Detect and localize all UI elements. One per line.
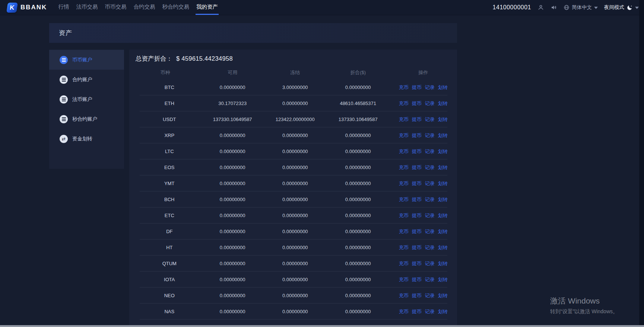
- records-link[interactable]: 记录: [425, 164, 435, 171]
- frozen-balance: 0.00000000: [264, 165, 327, 170]
- withdraw-link[interactable]: 提币: [412, 84, 422, 91]
- withdraw-link[interactable]: 提币: [412, 308, 422, 315]
- deposit-link[interactable]: 充币: [399, 212, 409, 219]
- row-actions: 充币 提币 记录 划转: [390, 84, 457, 91]
- scrollbar-track[interactable]: [639, 0, 644, 327]
- transfer-link[interactable]: 划转: [438, 276, 448, 283]
- deposit-link[interactable]: 充币: [399, 196, 409, 203]
- deposit-link[interactable]: 充币: [399, 308, 409, 315]
- withdraw-link[interactable]: 提币: [412, 260, 422, 267]
- withdraw-link[interactable]: 提币: [412, 212, 422, 219]
- transfer-link[interactable]: 划转: [438, 212, 448, 219]
- row-actions: 充币 提币 记录 划转: [390, 196, 457, 203]
- deposit-link[interactable]: 充币: [399, 276, 409, 283]
- table-row: DF 0.00000000 0.00000000 0.00000000 充币 提…: [129, 223, 457, 239]
- deposit-link[interactable]: 充币: [399, 228, 409, 235]
- brand[interactable]: K BBANK: [7, 0, 47, 15]
- row-actions: 充币 提币 记录 划转: [390, 212, 457, 219]
- transfer-link[interactable]: 划转: [438, 228, 448, 235]
- transfer-link[interactable]: 划转: [438, 196, 448, 203]
- records-link[interactable]: 记录: [425, 244, 435, 251]
- globe-icon: [564, 4, 570, 10]
- withdraw-link[interactable]: 提币: [412, 100, 422, 107]
- sidebar-item[interactable]: ⇄ 秒合约账户: [49, 109, 124, 129]
- coin-name: NAS: [129, 309, 202, 314]
- records-link[interactable]: 记录: [425, 100, 435, 107]
- records-link[interactable]: 记录: [425, 116, 435, 123]
- records-link[interactable]: 记录: [425, 84, 435, 91]
- records-link[interactable]: 记录: [425, 308, 435, 315]
- deposit-link[interactable]: 充币: [399, 84, 409, 91]
- records-link[interactable]: 记录: [425, 260, 435, 267]
- withdraw-link[interactable]: 提币: [412, 116, 422, 123]
- coin-name: EOS: [129, 165, 202, 170]
- deposit-link[interactable]: 充币: [399, 132, 409, 139]
- converted-balance: 0.00000000: [327, 149, 390, 154]
- nav-item[interactable]: 秒合约交易: [161, 0, 190, 15]
- deposit-link[interactable]: 充币: [399, 260, 409, 267]
- nav-item[interactable]: 合约交易: [133, 0, 156, 15]
- transfer-link[interactable]: 划转: [438, 308, 448, 315]
- sidebar-item[interactable]: ⇄ 资金划转: [49, 129, 124, 149]
- table-row: EOS 0.00000000 0.00000000 0.00000000 充币 …: [129, 159, 457, 175]
- transfer-link[interactable]: 划转: [438, 148, 448, 155]
- language-selector[interactable]: 简体中文: [564, 4, 598, 11]
- records-link[interactable]: 记录: [425, 228, 435, 235]
- records-link[interactable]: 记录: [425, 212, 435, 219]
- withdraw-link[interactable]: 提币: [412, 228, 422, 235]
- nav-item[interactable]: 币币交易: [104, 0, 127, 15]
- transfer-link[interactable]: 划转: [438, 244, 448, 251]
- deposit-link[interactable]: 充币: [399, 148, 409, 155]
- deposit-link[interactable]: 充币: [399, 164, 409, 171]
- transfer-link[interactable]: 划转: [438, 100, 448, 107]
- withdraw-link[interactable]: 提币: [412, 148, 422, 155]
- records-link[interactable]: 记录: [425, 276, 435, 283]
- converted-balance: 0.00000000: [327, 245, 390, 250]
- deposit-link[interactable]: 充币: [399, 116, 409, 123]
- records-link[interactable]: 记录: [425, 196, 435, 203]
- frozen-balance: 123422.00000000: [264, 117, 327, 122]
- records-link[interactable]: 记录: [425, 148, 435, 155]
- withdraw-link[interactable]: 提币: [412, 164, 422, 171]
- sidebar-item[interactable]: ⇄ 法币账户: [49, 89, 124, 109]
- frozen-balance: 0.00000000: [264, 309, 327, 314]
- sidebar-item[interactable]: ⇄ 合约账户: [49, 70, 124, 89]
- speaker-icon[interactable]: [551, 4, 557, 11]
- nav-item[interactable]: 我的资产: [196, 0, 219, 15]
- withdraw-link[interactable]: 提币: [412, 132, 422, 139]
- records-link[interactable]: 记录: [425, 180, 435, 187]
- available-balance: 0.00000000: [202, 197, 264, 202]
- nav-item[interactable]: 行情: [57, 0, 70, 15]
- deposit-link[interactable]: 充币: [399, 244, 409, 251]
- total-assets-value: $ 459615.44234958: [176, 55, 233, 62]
- deposit-link[interactable]: 充币: [399, 100, 409, 107]
- user-icon[interactable]: [537, 4, 544, 11]
- assets-table: BTC 0.00000000 3.00000000 0.00000000 充币 …: [129, 79, 457, 327]
- withdraw-link[interactable]: 提币: [412, 292, 422, 299]
- available-balance: 0.00000000: [202, 133, 264, 138]
- transfer-link[interactable]: 划转: [438, 164, 448, 171]
- coin-name: BTC: [129, 85, 202, 90]
- account-number[interactable]: 14100000001: [493, 4, 531, 11]
- transfer-link[interactable]: 划转: [438, 132, 448, 139]
- available-balance: 0.00000000: [202, 85, 264, 90]
- converted-balance: 0.00000000: [327, 277, 390, 282]
- bottom-scrollbar[interactable]: [0, 325, 644, 327]
- night-mode-toggle[interactable]: 夜间模式: [604, 4, 639, 11]
- transfer-link[interactable]: 划转: [438, 116, 448, 123]
- table-row: IOTA 0.00000000 0.00000000 0.00000000 充币…: [129, 272, 457, 288]
- transfer-link[interactable]: 划转: [438, 260, 448, 267]
- sidebar-item[interactable]: ⇄ 币币账户: [49, 50, 124, 70]
- transfer-link[interactable]: 划转: [438, 84, 448, 91]
- deposit-link[interactable]: 充币: [399, 292, 409, 299]
- withdraw-link[interactable]: 提币: [412, 180, 422, 187]
- transfer-link[interactable]: 划转: [438, 180, 448, 187]
- nav-item[interactable]: 法币交易: [75, 0, 98, 15]
- deposit-link[interactable]: 充币: [399, 180, 409, 187]
- withdraw-link[interactable]: 提币: [412, 196, 422, 203]
- transfer-link[interactable]: 划转: [438, 292, 448, 299]
- records-link[interactable]: 记录: [425, 292, 435, 299]
- withdraw-link[interactable]: 提币: [412, 276, 422, 283]
- withdraw-link[interactable]: 提币: [412, 244, 422, 251]
- records-link[interactable]: 记录: [425, 132, 435, 139]
